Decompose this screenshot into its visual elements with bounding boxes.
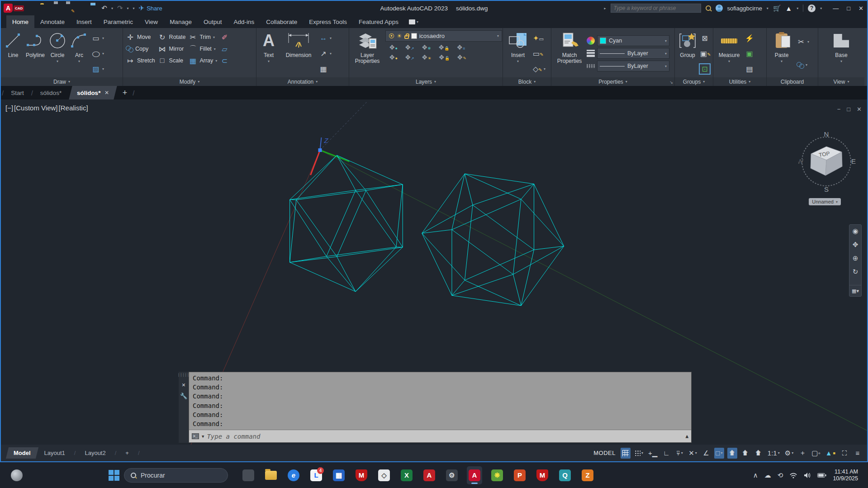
- view-cube[interactable]: N E S W TOP: [798, 118, 857, 200]
- viewcube-east[interactable]: E: [851, 157, 856, 165]
- taskbar-app-mcafee-2[interactable]: M: [535, 466, 550, 484]
- taskbar-clock[interactable]: 11:41 AM 10/9/2025: [833, 469, 858, 482]
- copy-button[interactable]: Copy: [126, 46, 155, 52]
- close-button[interactable]: ✕: [859, 5, 863, 12]
- layer-dropdown-arrow-icon[interactable]: ▾: [497, 34, 499, 38]
- ribbon-display-icon[interactable]: [409, 19, 415, 24]
- sync-icon[interactable]: ⟲: [778, 471, 783, 479]
- scale-button[interactable]: □Scale: [158, 57, 186, 65]
- panel-label-view[interactable]: View▾: [818, 77, 864, 86]
- isolate-objects-icon[interactable]: ▢◦: [811, 448, 821, 459]
- help-dropdown-icon[interactable]: ▾: [820, 6, 822, 10]
- insert-button[interactable]: Insert ▾: [505, 29, 531, 77]
- file-tab-solidos-1[interactable]: sólidos*: [34, 86, 68, 99]
- linear-dimension-icon[interactable]: ↔: [319, 34, 328, 42]
- scale-value[interactable]: 1:1▾: [767, 448, 781, 459]
- leader-icon[interactable]: ↗: [319, 49, 328, 58]
- tab-home[interactable]: Home: [6, 15, 34, 28]
- model-viewport[interactable]: Z [−] [Custom View] [Realistic] − □ ✕ N …: [1, 99, 867, 445]
- autoscale-icon[interactable]: 🡅: [740, 448, 750, 459]
- named-view-badge[interactable]: Unnamed▾: [809, 198, 841, 205]
- clean-screen-icon[interactable]: ⛶: [840, 448, 849, 459]
- taskbar-app-l-badge[interactable]: L4: [308, 466, 324, 484]
- rotate-button[interactable]: ↻Rotate: [158, 33, 186, 42]
- layout1-tab[interactable]: Layout1: [38, 447, 71, 459]
- ortho-mode-icon[interactable]: ∟: [661, 448, 671, 459]
- group-button[interactable]: Group: [677, 29, 698, 77]
- ungroup-icon[interactable]: ⊠: [700, 34, 709, 43]
- search-collapse-icon[interactable]: ▸: [604, 6, 606, 10]
- layer-isolate-icon[interactable]: ❖●: [389, 43, 398, 52]
- grid-display-icon[interactable]: [621, 448, 631, 459]
- object-snap-tracking-icon[interactable]: ∠: [701, 448, 711, 459]
- panel-label-utilities[interactable]: Utilities▾: [713, 77, 766, 86]
- ribbon-display-dropdown-icon[interactable]: ▾: [417, 20, 418, 24]
- point-style-icon[interactable]: ▣: [745, 49, 754, 58]
- color-wheel-icon[interactable]: [587, 37, 595, 45]
- panel-label-properties[interactable]: Properties▾↘: [551, 77, 674, 86]
- array-button[interactable]: ▦Array▾: [188, 57, 217, 65]
- panel-label-groups[interactable]: Groups▾: [675, 77, 713, 86]
- space-indicator[interactable]: MODEL: [593, 450, 616, 456]
- base-button[interactable]: Base ▾: [829, 29, 854, 77]
- customization-plus-icon[interactable]: ＋: [797, 448, 807, 459]
- open-file-icon[interactable]: [40, 5, 48, 12]
- rectangle-icon[interactable]: ▭: [91, 34, 100, 43]
- properties-dialog-launcher-icon[interactable]: ↘: [669, 80, 673, 85]
- tab-express-tools[interactable]: Express Tools: [303, 15, 353, 28]
- named-view-dropdown-icon[interactable]: ▾: [836, 200, 838, 204]
- layer-unisolate-icon[interactable]: ❖↗: [405, 43, 414, 52]
- app-store-cart-icon[interactable]: 🛒: [773, 5, 781, 12]
- lineweight-icon[interactable]: [587, 50, 595, 57]
- save-icon[interactable]: [52, 5, 61, 12]
- hatch-icon[interactable]: ▨: [91, 65, 100, 73]
- panel-label-layers[interactable]: Layers▾: [349, 77, 503, 86]
- file-tab-solidos-2[interactable]: sólidos*✕: [69, 86, 117, 99]
- ellipse-dropdown-icon[interactable]: ▾: [102, 52, 104, 56]
- plot-icon[interactable]: [89, 5, 97, 12]
- taskbar-app-file-explorer[interactable]: [263, 466, 279, 484]
- taskbar-app-settings[interactable]: ⚙: [444, 466, 460, 484]
- circle-button[interactable]: Circle ▾: [47, 29, 68, 77]
- taskbar-app-z[interactable]: Z: [580, 466, 595, 484]
- help-search-input[interactable]: [611, 4, 701, 13]
- file-tab-close-icon[interactable]: ✕: [104, 90, 109, 96]
- layer-properties-button[interactable]: LayerProperties: [351, 29, 384, 77]
- tab-view[interactable]: View: [139, 15, 164, 28]
- infer-constraints-icon[interactable]: +▁: [647, 448, 658, 459]
- undo-icon[interactable]: ↶: [101, 5, 107, 12]
- save-as-icon[interactable]: [65, 5, 73, 12]
- undo-dropdown-icon[interactable]: ▾: [111, 6, 113, 10]
- leader-dropdown-icon[interactable]: ▾: [330, 52, 332, 56]
- layer-on-off-icon[interactable]: ❖●: [389, 53, 398, 62]
- rectangle-dropdown-icon[interactable]: ▾: [102, 36, 104, 40]
- panel-label-annotation[interactable]: Annotation▾: [256, 77, 349, 86]
- tab-parametric[interactable]: Parametric: [98, 15, 139, 28]
- cut-icon[interactable]: ✂: [797, 38, 806, 46]
- dimension-button[interactable]: Dimension: [280, 29, 317, 77]
- explode-button[interactable]: ▱: [220, 45, 229, 53]
- command-drag-grip[interactable]: ::::::::::: [178, 373, 190, 377]
- command-input[interactable]: Type a command: [207, 433, 683, 440]
- group-edit-icon[interactable]: ▣✎: [700, 49, 709, 58]
- onedrive-cloud-icon[interactable]: ☁: [764, 471, 771, 479]
- layer-freeze2-icon[interactable]: ❖❄: [422, 43, 431, 52]
- paste-button[interactable]: Paste ▾: [768, 29, 795, 77]
- quick-calculator-icon[interactable]: ▤: [745, 65, 754, 73]
- taskbar-app-q[interactable]: Q: [557, 466, 573, 484]
- quick-select-icon[interactable]: ⚡: [745, 34, 754, 43]
- tray-hidden-icons-chevron[interactable]: ∧: [753, 471, 758, 479]
- layer-sun-icon[interactable]: ❖☀: [422, 53, 432, 62]
- copy-clip-dropdown-icon[interactable]: ▾: [806, 63, 807, 67]
- autocad-logo-icon[interactable]: ACAD: [4, 4, 24, 13]
- lineweight-dropdown[interactable]: ByLayer ▾: [597, 48, 669, 59]
- orbit-icon[interactable]: ↻: [853, 268, 859, 276]
- navbar-more-icon[interactable]: ▦▾: [849, 285, 861, 294]
- taskbar-app-dropbox[interactable]: ◇: [376, 466, 392, 484]
- panel-label-clipboard[interactable]: Clipboard: [767, 77, 818, 86]
- layer-color-swatch[interactable]: [411, 33, 417, 39]
- username[interactable]: sofiaggbcirne: [727, 5, 762, 12]
- command-expand-icon[interactable]: ▲: [685, 433, 688, 439]
- polyline-button[interactable]: Polyline: [24, 29, 46, 77]
- layer-freeze-icon[interactable]: ☀: [397, 33, 402, 39]
